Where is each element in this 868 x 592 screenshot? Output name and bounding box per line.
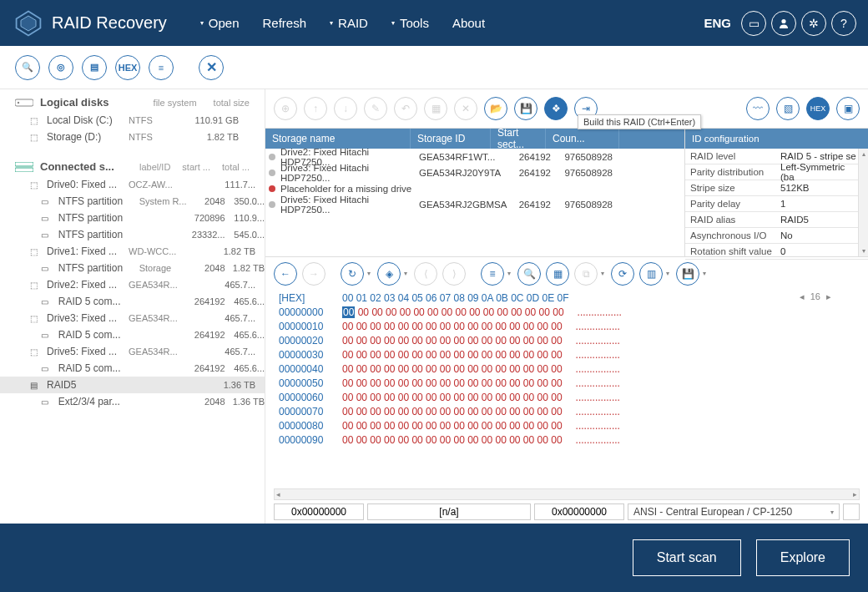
redo-icon[interactable]: ↻ [341, 262, 364, 286]
storage-row[interactable]: Drive3: Fixed Hitachi HDP7250...GEA534RJ… [265, 164, 684, 180]
storage-area: Storage name Storage ID Start sect... Co… [265, 128, 868, 256]
storage-tree-row[interactable]: ▭NTFS partitionSystem R...2048350.0... [0, 193, 265, 210]
config-row[interactable]: Parity delay1 [685, 196, 868, 212]
menu-about[interactable]: About [452, 16, 485, 30]
bookmark-icon[interactable]: ◈ [377, 262, 401, 286]
hex-mode-icon[interactable]: HEX [115, 55, 140, 80]
config-row[interactable]: Rotation shift value0 [685, 244, 868, 260]
remove-icon: ✕ [454, 97, 477, 120]
columns-icon[interactable]: ▥ [639, 262, 663, 286]
value-field[interactable]: [n/a] [367, 503, 531, 520]
col-count[interactable]: Coun... [546, 129, 619, 149]
list-icon[interactable]: ≡ [149, 55, 174, 80]
save-icon[interactable]: 💾 [514, 97, 537, 120]
storage-tree-row[interactable]: ⬚Drive1: Fixed ...WD-WCC...1.82 TB [0, 243, 265, 260]
storage-tree-row[interactable]: ▭NTFS partition720896110.9... [0, 210, 265, 226]
storage-tree-row[interactable]: ▭RAID 5 com...264192465.6... [0, 360, 265, 377]
main-menu: ▾Open Refresh ▾RAID ▾Tools About [200, 16, 704, 30]
logical-disk-row[interactable]: ⬚Local Disk (C:)NTFS110.91 GB [0, 112, 265, 129]
connected-section-head: Connected s... label/IDstart ...total ..… [0, 157, 265, 176]
hex-next-page[interactable]: ▸ [823, 291, 835, 301]
app-logo [12, 7, 45, 40]
build-raid-icon[interactable]: ❖ [544, 97, 568, 120]
hex-page-nav: ◂ 16 ▸ [796, 291, 835, 302]
config-row[interactable]: Parity distributionLeft-Symmetric (ba▾ [685, 164, 868, 180]
config-row[interactable]: Stripe size512KB▾ [685, 180, 868, 196]
target-icon[interactable]: ◎ [48, 55, 73, 80]
storage-tree-row[interactable]: ⬚Drive2: Fixed ...GEA534R...465.7... [0, 276, 265, 293]
storage-row[interactable]: Drive5: Fixed Hitachi HDP7250...GEA534RJ… [265, 196, 684, 212]
col-storage-name[interactable]: Storage name [265, 129, 411, 149]
storage-tree-row[interactable]: ▭NTFS partition23332...545.0... [0, 226, 265, 243]
undo-icon: ↶ [394, 97, 417, 120]
hex-row[interactable]: 0000008000 00 00 00 00 00 00 00 00 00 00… [279, 419, 860, 433]
refresh-icon[interactable]: ⟳ [611, 262, 634, 286]
storage-tree-row[interactable]: ▭NTFS partitionStorage20481.82 TB [0, 260, 265, 276]
feedback-icon[interactable]: ▭ [741, 11, 766, 36]
doc-icon[interactable]: ▤ [82, 55, 107, 80]
disk-icon [15, 98, 33, 108]
encoding-select[interactable]: ANSI - Central European / CP-1250▾ [628, 503, 840, 520]
status-square [843, 503, 860, 520]
logical-disk-row[interactable]: ⬚Storage (D:)NTFS1.82 TB [0, 129, 265, 145]
storage-tree-row[interactable]: ▭RAID 5 com...264192465.6... [0, 326, 265, 343]
explore-button[interactable]: Explore [756, 539, 850, 576]
copy-icon: ⧉ [574, 262, 598, 286]
panel-icon[interactable]: ▦ [546, 262, 569, 286]
storage-tree-row[interactable]: ▭RAID 5 com...264192465.6... [0, 293, 265, 310]
menu-list-icon[interactable]: ≡ [481, 262, 504, 286]
settings-icon[interactable]: ✲ [801, 11, 826, 36]
save-hex-icon[interactable]: 💾 [676, 262, 699, 286]
hex-row[interactable]: 0000009000 00 00 00 00 00 00 00 00 00 00… [279, 433, 860, 448]
close-icon[interactable]: ✕ [199, 55, 224, 80]
hex-prev-page[interactable]: ◂ [796, 291, 808, 301]
storage-tree-row[interactable]: ⬚Drive0: Fixed ...OCZ-AW...111.7... [0, 176, 265, 193]
hex-toggle-icon[interactable]: HEX [806, 97, 830, 120]
nav-back-icon[interactable]: ← [274, 262, 297, 286]
menu-refresh[interactable]: Refresh [263, 16, 307, 30]
hex-row[interactable]: 0000006000 00 00 00 00 00 00 00 00 00 00… [279, 391, 860, 405]
raid-toolbar: ⊕ ↑ ↓ ✎ ↶ ▦ ✕ 📂 💾 ❖ ⇥ 〰 ▧ HEX ▣ Build th… [265, 89, 868, 128]
storage-tree-row[interactable]: ▤RAID51.36 TB [0, 377, 265, 393]
menu-tools[interactable]: ▾Tools [391, 16, 429, 30]
help-icon[interactable]: ? [831, 11, 856, 36]
storage-table: Storage name Storage ID Start sect... Co… [265, 129, 684, 256]
pulse-icon[interactable]: 〰 [746, 97, 770, 120]
step-back-icon: ⟨ [414, 262, 437, 286]
hex-row[interactable]: 0000002000 00 00 00 00 00 00 00 00 00 00… [279, 334, 860, 348]
config-scrollbar[interactable]: ▴▾ [858, 149, 868, 256]
top-toolbar: 🔍 ◎ ▤ HEX ≡ ✕ [0, 46, 868, 89]
col-storage-id[interactable]: Storage ID [411, 129, 491, 149]
first-icon: ⊕ [274, 97, 297, 120]
svg-marker-1 [21, 16, 36, 31]
language-switch[interactable]: ENG [704, 16, 731, 30]
config-row[interactable]: Asynchronous I/ONo▾ [685, 228, 868, 244]
user-icon[interactable] [771, 11, 796, 36]
hex-row[interactable]: 0000000000 00 00 00 00 00 00 00 00 00 00… [279, 306, 860, 320]
open-folder-icon[interactable]: 📂 [484, 97, 507, 120]
hex-row[interactable]: 0000007000 00 00 00 00 00 00 00 00 00 00… [279, 405, 860, 419]
storage-tree-row[interactable]: ⬚Drive3: Fixed ...GEA534R...465.7... [0, 310, 265, 326]
app-title: RAID Recovery [52, 13, 167, 33]
hex-h-scrollbar[interactable]: ◂▸ [274, 488, 860, 500]
header-icons: ▭ ✲ ? [741, 11, 856, 36]
start-scan-button[interactable]: Start scan [633, 539, 741, 576]
storage-tree-row[interactable]: ⬚Drive5: Fixed ...GEA534R...465.7... [0, 343, 265, 360]
menu-open[interactable]: ▾Open [200, 16, 240, 30]
storage-tree-row[interactable]: ▭Ext2/3/4 par...20481.36 TB [0, 393, 265, 410]
offset-field-1[interactable]: 0x00000000 [274, 503, 364, 520]
hex-row[interactable]: 0000004000 00 00 00 00 00 00 00 00 00 00… [279, 362, 860, 377]
nav-fwd-icon: → [302, 262, 326, 286]
hex-row[interactable]: 0000005000 00 00 00 00 00 00 00 00 00 00… [279, 377, 860, 391]
storage-header: Storage name Storage ID Start sect... Co… [265, 129, 684, 149]
config-row[interactable]: RAID aliasRAID5 [685, 212, 868, 228]
chart-icon[interactable]: ▧ [776, 97, 800, 120]
hex-row[interactable]: 0000003000 00 00 00 00 00 00 00 00 00 00… [279, 348, 860, 362]
hex-row[interactable]: 0000001000 00 00 00 00 00 00 00 00 00 00… [279, 320, 860, 334]
col-start-sector[interactable]: Start sect... [491, 129, 546, 149]
layout-icon[interactable]: ▣ [836, 97, 860, 120]
search-icon[interactable]: 🔍 [15, 55, 40, 80]
zoom-icon[interactable]: 🔍 [517, 262, 541, 286]
menu-raid[interactable]: ▾RAID [330, 16, 368, 30]
offset-field-2[interactable]: 0x00000000 [534, 503, 624, 520]
